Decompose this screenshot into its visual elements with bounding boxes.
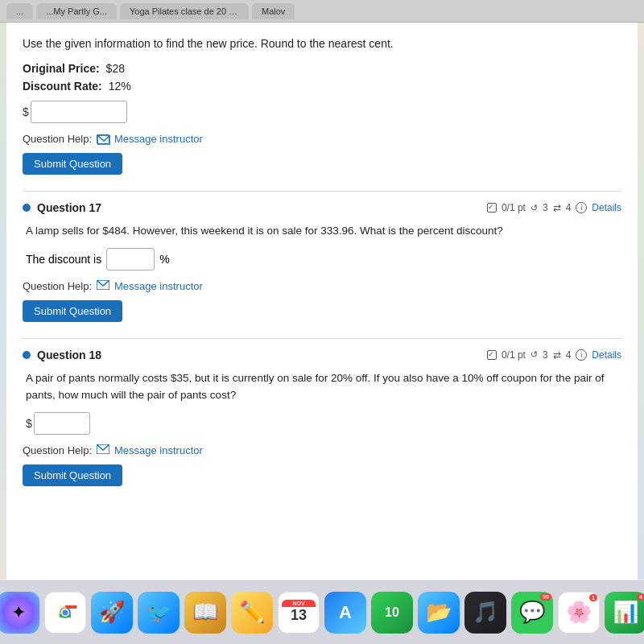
details-link-18[interactable]: Details [592, 349, 621, 361]
tab-4[interactable]: Malov [252, 3, 295, 19]
mail-icon-17 [97, 280, 109, 290]
dock-bird[interactable]: 🐦 [138, 592, 180, 634]
dock-siri[interactable]: ✦ [0, 592, 39, 634]
question-help-label-17: Question Help: [23, 280, 92, 292]
mail-icon-top [97, 135, 110, 145]
question-17-input-row: The discount is % [23, 248, 621, 270]
dock-files[interactable]: 📂 [418, 592, 460, 634]
message-instructor-link-17[interactable]: Message instructor [114, 280, 203, 292]
original-price-label: Original Price: $28 [23, 62, 621, 75]
question-17-title: Question 17 [23, 201, 101, 214]
instruction-text: Use the given information to find the ne… [23, 35, 621, 52]
question-help-row-17: Question Help: Message instructor [23, 280, 621, 292]
dock-chrome[interactable] [44, 592, 86, 634]
dollar-sign-18: $ [26, 417, 32, 430]
question-help-label-top: Question Help: [23, 133, 92, 145]
tab-1[interactable]: ... [6, 3, 33, 19]
undo-icon-18: ↺ [530, 349, 538, 360]
original-price-value: $28 [106, 62, 125, 75]
dock-rocket[interactable]: 🚀 [91, 592, 133, 634]
dock-music[interactable]: 🎵 [464, 592, 506, 634]
discount-rate-label: Discount Rate: 12% [23, 80, 621, 93]
submit-button-top[interactable]: Submit Question [23, 153, 122, 175]
tab-3[interactable]: Yoga Pilates clase de 20 mi... [120, 3, 249, 19]
question-17-label: Question 17 [37, 201, 101, 214]
price-input[interactable] [31, 101, 127, 123]
content-area: Use the given information to find the ne… [6, 23, 638, 580]
question-help-row-18: Question Help: Message instructor [23, 444, 621, 456]
question-18-input-row: $ [23, 412, 621, 435]
svg-point-9 [63, 609, 68, 615]
question-18-dot [23, 351, 31, 359]
question-18-label: Question 18 [37, 349, 101, 361]
dock-messages[interactable]: 💬 99 [511, 592, 553, 634]
mail-icon-18 [97, 444, 109, 454]
info-icon-17: i [576, 202, 587, 213]
message-instructor-link-18[interactable]: Message instructor [114, 444, 203, 456]
retries-icon-17: ⇄ [553, 202, 561, 213]
question-18-tries: 3 [543, 349, 548, 361]
question-18-body: A pair of pants normally costs $35, but … [23, 369, 621, 404]
checkbox-icon-17 [487, 203, 497, 213]
question-18-retries: 4 [566, 349, 572, 361]
question-18-title: Question 18 [23, 349, 101, 361]
calendar-day: 13 [291, 607, 307, 625]
divider-1 [23, 191, 621, 192]
dock-numbers[interactable]: 10 [371, 592, 413, 634]
checkbox-icon-18 [487, 350, 497, 360]
dock-appstore[interactable]: A [324, 592, 366, 634]
dock-book[interactable]: 📖 [184, 592, 226, 634]
question-18-header: Question 18 0/1 pt ↺ 3 ⇄ 4 i Details [23, 349, 621, 361]
dock-photos[interactable]: 🌸 1 [558, 592, 600, 634]
calendar-month: NOV [282, 600, 316, 607]
submit-button-18[interactable]: Submit Question [23, 464, 122, 486]
dock-notes[interactable]: ✏️ [231, 592, 273, 634]
chrome-icon [53, 601, 77, 625]
question-17-points: 0/1 pt [502, 202, 526, 213]
info-icon-18: i [576, 349, 587, 361]
discount-prefix-17: The discount is [26, 253, 101, 266]
question-18-points: 0/1 pt [502, 349, 526, 361]
discount-rate-value: 12% [109, 80, 131, 93]
dock-charts[interactable]: 📊 4 [605, 592, 644, 634]
question-17-container: Question 17 0/1 pt ↺ 3 ⇄ 4 i Details A l… [23, 201, 621, 335]
question-17-meta: 0/1 pt ↺ 3 ⇄ 4 i Details [487, 202, 621, 213]
divider-2 [23, 338, 621, 339]
tab-bar: ... ...My Partly G... Yoga Pilates clase… [0, 0, 644, 23]
question-17-body: A lamp sells for $484. However, this wee… [23, 222, 621, 240]
details-link-17[interactable]: Details [592, 202, 621, 213]
question-17-header: Question 17 0/1 pt ↺ 3 ⇄ 4 i Details [23, 201, 621, 214]
retries-icon-18: ⇄ [553, 349, 561, 361]
question-17-retries: 4 [566, 202, 572, 213]
top-question-instruction: Use the given information to find the ne… [23, 35, 621, 188]
dock-calendar[interactable]: NOV 13 [278, 592, 320, 634]
discount-input-17[interactable] [106, 248, 155, 270]
answer-input-row: $ [23, 101, 621, 123]
question-help-row-top: Question Help: Message instructor [23, 133, 621, 145]
question-help-label-18: Question Help: [23, 444, 92, 456]
dock: 😊 ✦ 🚀 🐦 📖 ✏️ NOV 13 [0, 580, 644, 644]
question-18-container: Question 18 0/1 pt ↺ 3 ⇄ 4 i Details A p… [23, 349, 621, 499]
question-17-tries: 3 [543, 202, 548, 213]
message-instructor-link-top[interactable]: Message instructor [114, 133, 203, 145]
dollar-sign: $ [23, 105, 29, 118]
tab-2[interactable]: ...My Partly G... [36, 3, 117, 19]
price-input-18[interactable] [34, 412, 90, 435]
undo-icon-17: ↺ [530, 203, 538, 213]
discount-suffix-17: % [159, 253, 169, 266]
submit-button-17[interactable]: Submit Question [23, 300, 122, 322]
question-18-meta: 0/1 pt ↺ 3 ⇄ 4 i Details [487, 349, 621, 361]
question-17-dot [23, 204, 31, 212]
